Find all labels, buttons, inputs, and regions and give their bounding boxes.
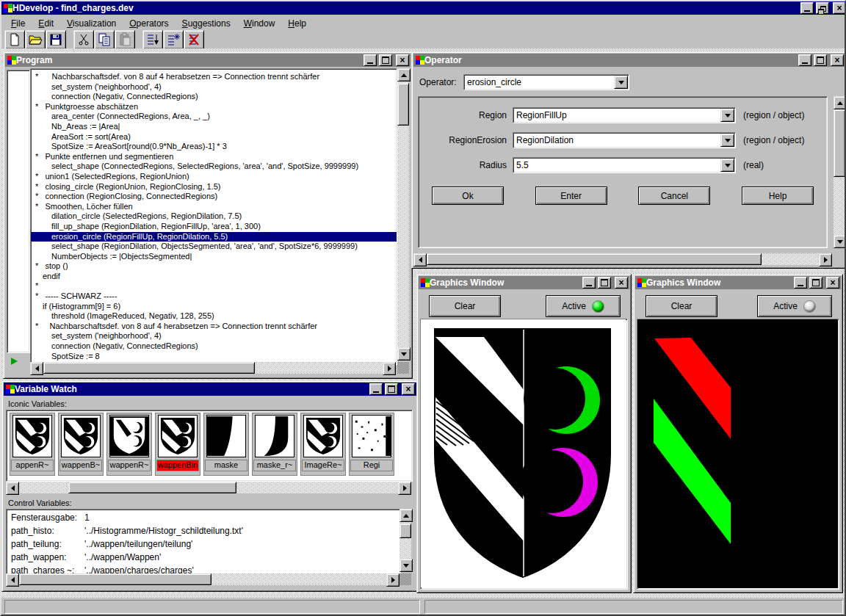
- code-line[interactable]: SpotSize := 8: [31, 352, 397, 362]
- code-line[interactable]: threshold (ImageReduced, Negativ, 128, 2…: [31, 311, 397, 322]
- iconic-variable[interactable]: wappenBin: [155, 413, 200, 476]
- operator-vertical-scrollbar[interactable]: [834, 96, 845, 248]
- code-line[interactable]: if (Histogramm[9] = 6): [31, 302, 397, 312]
- dropdown-arrow-button[interactable]: [614, 76, 628, 89]
- code-line[interactable]: set_system ('neighborhood', 4): [31, 331, 397, 341]
- code-line[interactable]: * connection (RegionClosing, ConnectedRe…: [31, 192, 397, 202]
- graphics1-maximize-button[interactable]: [598, 277, 611, 289]
- control-vertical-scrollbar[interactable]: [400, 509, 411, 572]
- scroll-left-button[interactable]: [6, 573, 19, 587]
- code-line[interactable]: select_shape (RegionDilation, ObjectsSeg…: [31, 242, 397, 252]
- scroll-thumb[interactable]: [834, 109, 845, 177]
- run-button[interactable]: [142, 30, 163, 49]
- menu-window[interactable]: Window: [238, 17, 281, 30]
- graphics2-canvas[interactable]: [637, 319, 839, 590]
- code-line[interactable]: connection (Negativ, ConnectedRegions): [31, 92, 397, 102]
- code-line[interactable]: * union1 (SelectedRegions, RegionUnion): [31, 172, 397, 182]
- scroll-up-button[interactable]: [400, 509, 413, 522]
- enter-button[interactable]: Enter: [535, 186, 607, 205]
- code-line[interactable]: connection (Negativ, ConnectedRegions): [31, 341, 397, 352]
- program-maximize-button[interactable]: [379, 54, 392, 66]
- iconic-variable[interactable]: appenR~: [10, 413, 55, 476]
- parameter-combobox[interactable]: 5.5: [513, 157, 736, 173]
- code-line[interactable]: endif: [31, 272, 397, 282]
- variable-watch-minimize-button[interactable]: [369, 383, 383, 395]
- code-line[interactable]: * Nachbarschaftsdef. von 8 auf 4 herabse…: [31, 322, 397, 332]
- operator-combobox[interactable]: erosion_circle: [463, 74, 629, 90]
- code-line[interactable]: * Smoothen, Löcher füllen: [31, 202, 397, 212]
- scroll-down-button[interactable]: [397, 347, 411, 360]
- iconic-variable[interactable]: maske_r~: [252, 413, 297, 476]
- dropdown-arrow-button[interactable]: [720, 159, 734, 172]
- code-line[interactable]: * Nachbarschaftsdef. von 8 auf 4 herabse…: [31, 72, 397, 82]
- iconic-variable[interactable]: Regi: [349, 413, 394, 476]
- close-button[interactable]: ×: [833, 2, 846, 14]
- minimize-button[interactable]: [800, 2, 814, 14]
- open-button[interactable]: [25, 30, 46, 49]
- scroll-thumb[interactable]: [19, 573, 212, 585]
- scroll-down-button[interactable]: [400, 559, 413, 572]
- program-close-button[interactable]: ×: [396, 54, 409, 66]
- operator-maximize-button[interactable]: [814, 54, 827, 66]
- control-horizontal-scrollbar[interactable]: [6, 573, 400, 585]
- scroll-right-button[interactable]: [819, 253, 832, 267]
- operator-minimize-button[interactable]: [798, 54, 811, 66]
- code-line[interactable]: area_center (ConnectedRegions, Area, _, …: [31, 112, 397, 122]
- menu-visualization[interactable]: Visualization: [61, 17, 122, 30]
- parameter-combobox[interactable]: RegionDilation: [513, 132, 736, 148]
- iconic-variable[interactable]: wappenR~: [106, 413, 152, 476]
- scroll-right-button[interactable]: [383, 362, 396, 375]
- code-line[interactable]: * stop (): [31, 261, 397, 272]
- iconic-variable[interactable]: maske: [203, 413, 249, 476]
- menu-suggestions[interactable]: Suggestions: [176, 17, 236, 30]
- scroll-left-button[interactable]: [413, 253, 427, 267]
- code-line[interactable]: set_system ('neighborhood', 4): [31, 82, 397, 93]
- scroll-down-button[interactable]: [834, 235, 846, 248]
- help-button[interactable]: Help: [742, 186, 814, 205]
- variable-watch-close-button[interactable]: ×: [402, 383, 415, 395]
- scroll-right-button[interactable]: [398, 482, 411, 495]
- menu-operators[interactable]: Operators: [123, 17, 174, 30]
- iconic-variable[interactable]: wappenB~: [58, 413, 104, 476]
- parameter-combobox[interactable]: RegionFillUp: [513, 107, 736, 123]
- ok-button[interactable]: Ok: [432, 186, 504, 205]
- operator-close-button[interactable]: ×: [831, 54, 844, 66]
- graphics2-close-button[interactable]: ×: [826, 277, 839, 289]
- graphics1-close-button[interactable]: ×: [615, 277, 628, 289]
- dropdown-arrow-button[interactable]: [720, 134, 734, 147]
- scroll-left-button[interactable]: [6, 482, 19, 495]
- menu-file[interactable]: File: [5, 17, 31, 30]
- code-line[interactable]: AreaSort := sort(Area): [31, 132, 397, 142]
- code-line[interactable]: * ----- SCHWARZ -----: [31, 291, 397, 302]
- scroll-thumb[interactable]: [397, 83, 409, 126]
- scroll-up-button[interactable]: [834, 96, 846, 109]
- restore-button[interactable]: [816, 2, 829, 14]
- graphics2-minimize-button[interactable]: [794, 277, 807, 289]
- code-line[interactable]: SpotSize := AreaSort[round(0.9*Nb_Areas)…: [31, 142, 397, 152]
- menu-edit[interactable]: Edit: [32, 17, 59, 30]
- scroll-left-button[interactable]: [30, 362, 43, 375]
- variable-watch-maximize-button[interactable]: [385, 383, 398, 395]
- scroll-up-button[interactable]: [397, 68, 411, 81]
- active-button[interactable]: Active: [546, 295, 621, 317]
- code-line[interactable]: NumberObjects := |ObjectsSegmented|: [31, 252, 397, 262]
- graphics1-canvas[interactable]: [420, 319, 628, 590]
- iconic-horizontal-scrollbar[interactable]: [6, 482, 411, 493]
- scroll-thumb[interactable]: [68, 482, 236, 493]
- program-minimize-button[interactable]: [364, 54, 377, 66]
- scroll-thumb[interactable]: [400, 523, 411, 538]
- operator-horizontal-scrollbar[interactable]: [413, 253, 832, 265]
- scroll-thumb[interactable]: [427, 253, 762, 265]
- program-vertical-scrollbar[interactable]: [397, 68, 409, 360]
- scroll-right-button[interactable]: [386, 573, 400, 587]
- clear-button[interactable]: Clear: [646, 295, 717, 317]
- cut-button[interactable]: [73, 30, 94, 49]
- iconic-variable[interactable]: ImageRe~: [300, 413, 346, 476]
- program-horizontal-scrollbar[interactable]: [30, 362, 396, 374]
- scroll-thumb[interactable]: [43, 362, 255, 374]
- insert-line-button[interactable]: [163, 30, 184, 49]
- code-line[interactable]: Nb_Areas := |Area|: [31, 122, 397, 132]
- new-button[interactable]: [4, 30, 25, 49]
- clear-button[interactable]: Clear: [429, 295, 501, 317]
- code-line[interactable]: dilation_circle (SelectedRegions, Region…: [31, 211, 397, 222]
